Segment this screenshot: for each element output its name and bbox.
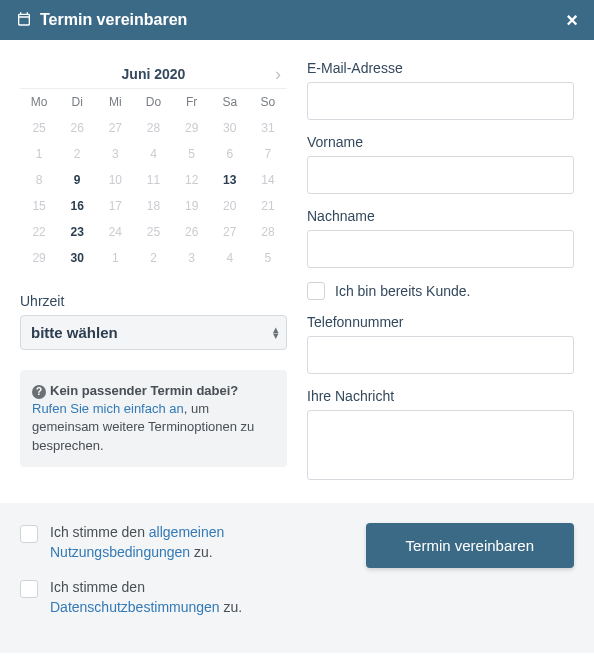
calendar-day: 4 [134,141,172,167]
privacy-row: Ich stimme den Datenschutzbestimmungen z… [20,578,287,617]
calendar-day: 31 [249,115,287,141]
appointment-modal: Termin vereinbaren × Juni 2020 › MoDiMiD… [0,0,594,653]
calendar-day: 5 [249,245,287,271]
email-label: E-Mail-Adresse [307,60,574,76]
calendar-day[interactable]: 9 [58,167,96,193]
email-input[interactable] [307,82,574,120]
calendar-day[interactable]: 16 [58,193,96,219]
calendar-month-label: Juni 2020 [122,66,186,82]
calendar-weekday: Mo [20,89,58,115]
calendar-weekday: So [249,89,287,115]
calendar-day: 3 [96,141,134,167]
calendar-day: 17 [96,193,134,219]
calendar-day: 11 [134,167,172,193]
calendar-day: 24 [96,219,134,245]
header-left: Termin vereinbaren [16,11,187,30]
note-box: ?Kein passender Termin dabei? Rufen Sie … [20,370,287,467]
calendar-day: 26 [173,219,211,245]
calendar-days: 2526272829303112345678910111213141516171… [20,115,287,271]
modal-title: Termin vereinbaren [40,11,187,29]
calendar-day: 8 [20,167,58,193]
terms-post: zu. [190,544,213,560]
terms-checkbox[interactable] [20,525,38,543]
calendar-day: 29 [20,245,58,271]
existing-customer-label: Ich bin bereits Kunde. [335,283,470,299]
privacy-post: zu. [220,599,243,615]
right-column: E-Mail-Adresse Vorname Nachname Ich bin … [307,60,574,483]
calendar-day: 25 [20,115,58,141]
terms-row: Ich stimme den allgemeinen Nutzungsbedin… [20,523,287,562]
calendar-day: 26 [58,115,96,141]
terms-pre: Ich stimme den [50,524,149,540]
time-select-wrap: bitte wählen ▴▾ [20,315,287,350]
privacy-pre: Ich stimme den [50,579,145,595]
lastname-input[interactable] [307,230,574,268]
calendar-day: 18 [134,193,172,219]
calendar-day: 2 [134,245,172,271]
calendar-header: Juni 2020 › [20,60,287,89]
terms-text: Ich stimme den allgemeinen Nutzungsbedin… [50,523,287,562]
calendar-day: 30 [211,115,249,141]
phone-label: Telefonnummer [307,314,574,330]
calendar-day: 5 [173,141,211,167]
calendar-day: 7 [249,141,287,167]
modal-body: Juni 2020 › MoDiMiDoFrSaSo 2526272829303… [0,40,594,503]
footer-right: Termin vereinbaren [307,523,574,568]
note-title: Kein passender Termin dabei? [50,383,238,398]
calendar-day: 10 [96,167,134,193]
privacy-checkbox[interactable] [20,580,38,598]
calendar-weekdays: MoDiMiDoFrSaSo [20,89,287,115]
firstname-label: Vorname [307,134,574,150]
calendar-weekday: Do [134,89,172,115]
calendar-weekday: Sa [211,89,249,115]
calendar-day: 6 [211,141,249,167]
calendar-weekday: Di [58,89,96,115]
phone-input[interactable] [307,336,574,374]
calendar-day: 1 [96,245,134,271]
calendar-day[interactable]: 13 [211,167,249,193]
calendar-day: 2 [58,141,96,167]
calendar-day: 19 [173,193,211,219]
time-select[interactable]: bitte wählen [20,315,287,350]
calendar-day: 14 [249,167,287,193]
existing-customer-row: Ich bin bereits Kunde. [307,282,574,300]
existing-customer-checkbox[interactable] [307,282,325,300]
calendar-day[interactable]: 23 [58,219,96,245]
calendar-day: 3 [173,245,211,271]
calendar-day: 28 [134,115,172,141]
privacy-text: Ich stimme den Datenschutzbestimmungen z… [50,578,287,617]
calendar-weekday: Mi [96,89,134,115]
calendar-day: 27 [96,115,134,141]
calendar-day: 27 [211,219,249,245]
modal-footer: Ich stimme den allgemeinen Nutzungsbedin… [0,503,594,653]
submit-button[interactable]: Termin vereinbaren [366,523,574,568]
calendar-day: 25 [134,219,172,245]
lastname-label: Nachname [307,208,574,224]
message-label: Ihre Nachricht [307,388,574,404]
calendar-day[interactable]: 30 [58,245,96,271]
calendar-weekday: Fr [173,89,211,115]
close-button[interactable]: × [566,10,578,30]
calendar-day: 28 [249,219,287,245]
question-icon: ? [32,385,46,399]
firstname-input[interactable] [307,156,574,194]
calendar-day: 4 [211,245,249,271]
calendar-day: 29 [173,115,211,141]
note-call-link[interactable]: Rufen Sie mich einfach an [32,401,184,416]
calendar-day: 20 [211,193,249,219]
calendar-day: 1 [20,141,58,167]
calendar-icon [16,11,32,30]
modal-header: Termin vereinbaren × [0,0,594,40]
calendar: Juni 2020 › MoDiMiDoFrSaSo 2526272829303… [20,60,287,271]
calendar-day: 12 [173,167,211,193]
calendar-next-button[interactable]: › [275,64,281,85]
left-column: Juni 2020 › MoDiMiDoFrSaSo 2526272829303… [20,60,287,483]
calendar-day: 22 [20,219,58,245]
footer-left: Ich stimme den allgemeinen Nutzungsbedin… [20,523,287,633]
privacy-link[interactable]: Datenschutzbestimmungen [50,599,220,615]
calendar-day: 15 [20,193,58,219]
message-textarea[interactable] [307,410,574,480]
time-label: Uhrzeit [20,293,287,309]
calendar-day: 21 [249,193,287,219]
